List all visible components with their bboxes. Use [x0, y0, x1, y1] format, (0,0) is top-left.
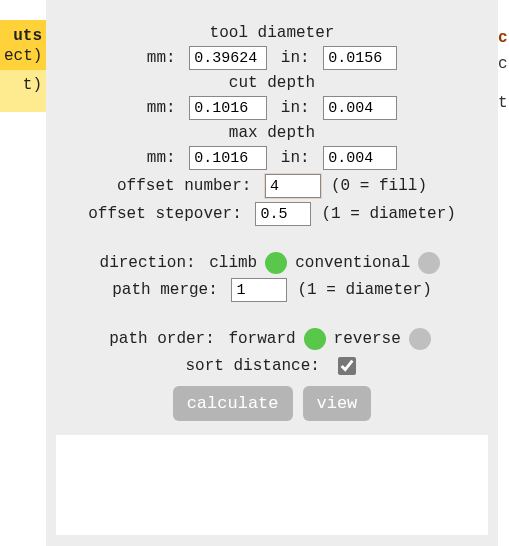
left-panel-text-1: uts: [4, 26, 42, 46]
sort-distance-checkbox[interactable]: [338, 357, 356, 375]
path-order-row: path order: forward reverse: [56, 328, 488, 350]
mm-label: mm:: [147, 49, 185, 67]
view-button[interactable]: view: [303, 386, 372, 421]
tool-diameter-in-input[interactable]: [323, 46, 397, 70]
sort-distance-row: sort distance:: [56, 354, 488, 378]
main-panel: tool diameter mm: in: cut depth mm: in: …: [46, 0, 498, 546]
offset-stepover-label: offset stepover:: [88, 205, 251, 223]
in-label: in:: [271, 99, 319, 117]
direction-row: direction: climb conventional: [56, 252, 488, 274]
in-label: in:: [271, 149, 319, 167]
direction-conventional-radio[interactable]: [418, 252, 440, 274]
max-depth-mm-input[interactable]: [189, 146, 267, 170]
right-text-3: t: [498, 91, 509, 117]
left-panel-item-2: t): [0, 70, 46, 112]
sort-distance-label: sort distance:: [185, 357, 329, 375]
direction-label: direction:: [100, 254, 206, 272]
direction-climb-radio[interactable]: [265, 252, 287, 274]
offset-number-note: (0 = fill): [331, 177, 427, 195]
path-order-forward-radio[interactable]: [304, 328, 326, 350]
path-merge-row: path merge: (1 = diameter): [56, 278, 488, 302]
path-merge-label: path merge:: [112, 281, 227, 299]
forward-label: forward: [228, 330, 295, 348]
left-panel-item-1: uts ect): [0, 20, 46, 70]
cut-depth-title: cut depth: [56, 74, 488, 92]
cut-depth-mm-input[interactable]: [189, 96, 267, 120]
path-merge-input[interactable]: [231, 278, 287, 302]
climb-label: climb: [209, 254, 257, 272]
offset-stepover-input[interactable]: [255, 202, 311, 226]
conventional-label: conventional: [295, 254, 410, 272]
right-text-1: c: [498, 26, 509, 52]
path-order-reverse-radio[interactable]: [409, 328, 431, 350]
left-panel-fragment: uts ect) t): [0, 20, 46, 135]
reverse-label: reverse: [334, 330, 401, 348]
tool-diameter-title: tool diameter: [56, 24, 488, 42]
offset-number-label: offset number:: [117, 177, 261, 195]
offset-stepover-note: (1 = diameter): [321, 205, 455, 223]
offset-stepover-row: offset stepover: (1 = diameter): [56, 202, 488, 226]
output-area: [56, 435, 488, 535]
mm-label: mm:: [147, 99, 185, 117]
calculate-button[interactable]: calculate: [173, 386, 293, 421]
cut-depth-in-input[interactable]: [323, 96, 397, 120]
right-panel-fragment: c c t: [498, 20, 509, 140]
left-panel-text-2: ect): [4, 46, 42, 66]
left-panel-text-3: t): [4, 76, 42, 94]
offset-number-row: offset number: (0 = fill): [56, 174, 488, 198]
in-label: in:: [271, 49, 319, 67]
max-depth-row: mm: in:: [56, 146, 488, 170]
offset-number-input[interactable]: [265, 174, 321, 198]
mm-label: mm:: [147, 149, 185, 167]
button-row: calculate view: [56, 386, 488, 421]
cut-depth-row: mm: in:: [56, 96, 488, 120]
tool-diameter-row: mm: in:: [56, 46, 488, 70]
tool-diameter-mm-input[interactable]: [189, 46, 267, 70]
max-depth-title: max depth: [56, 124, 488, 142]
max-depth-in-input[interactable]: [323, 146, 397, 170]
path-merge-note: (1 = diameter): [297, 281, 431, 299]
right-text-2: c: [498, 52, 509, 78]
path-order-label: path order:: [109, 330, 224, 348]
